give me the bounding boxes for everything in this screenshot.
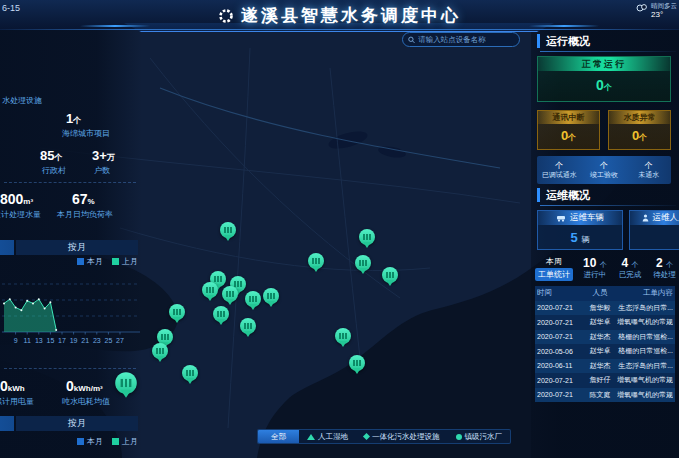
facility-icon — [359, 260, 367, 266]
water-quality-card[interactable]: 水质异常 0个 — [608, 110, 671, 150]
table-row[interactable]: 2020-06-11赵华杰生态浮岛的日常... — [535, 359, 675, 374]
power-chart-tabbar: 按月 — [0, 416, 142, 431]
filter-label: 镇级污水厂 — [465, 432, 503, 442]
map-pin[interactable] — [263, 288, 279, 304]
map-pin[interactable] — [240, 318, 256, 334]
status-no-water[interactable]: 个 未通水 — [626, 156, 671, 184]
facility-icon — [339, 333, 347, 339]
facility-icon — [244, 323, 252, 329]
map-filter-2[interactable]: 一体化污水处理设施 — [356, 430, 448, 443]
map-pin[interactable] — [115, 372, 137, 394]
load-rate-label: 本月日均负荷率 — [57, 209, 113, 220]
status-accepted[interactable]: 个 竣工验收 — [582, 156, 627, 184]
filter-label: 一体化污水处理设施 — [372, 432, 440, 442]
svg-text:21: 21 — [81, 337, 89, 344]
map-filter-1[interactable]: 人工湿地 — [299, 430, 356, 443]
map-pin[interactable] — [359, 229, 375, 245]
map-pin[interactable] — [382, 267, 398, 283]
weather-condition: 晴间多云 — [651, 2, 677, 10]
tab-by-month[interactable]: 按月 — [16, 240, 138, 255]
capacity-label: 设计处理水量 — [0, 209, 41, 220]
logo-icon — [218, 8, 234, 24]
workorder-title-badge: 工单统计 — [535, 268, 573, 281]
svg-text:17: 17 — [58, 337, 66, 344]
person-icon — [642, 214, 649, 222]
table-header-row: 时间人员工单内容 — [535, 286, 675, 301]
power-chart-legend: 本月 上月 — [77, 436, 138, 447]
map-filter-3[interactable]: 镇级污水厂 — [448, 430, 511, 443]
normal-running-card[interactable]: 正常运行 0个 — [537, 56, 671, 102]
table-row[interactable]: 2020-05-06赵华卓格栅的日常巡检... — [535, 344, 675, 359]
comm-interrupt-card[interactable]: 通讯中断 0个 — [537, 110, 600, 150]
map-filter-0[interactable]: 全部 — [258, 430, 299, 443]
table-row[interactable]: 2020-07-21赵华杰格栅的日常巡检... — [535, 330, 675, 345]
facility-type-label: 水处理设施 — [2, 95, 42, 106]
facility-icon — [226, 291, 234, 297]
status-debugged[interactable]: 个 已调试通水 — [537, 156, 582, 184]
vehicles-card[interactable]: 运维车辆 5 辆 — [537, 210, 623, 250]
power-total-label: 累计用电量 — [0, 396, 34, 407]
table-row[interactable]: 2020-07-21陈文庭增氧曝气机的常规... — [535, 388, 675, 403]
weather-widget[interactable]: 晴间多云 23° — [636, 2, 677, 20]
map-pin[interactable] — [308, 253, 324, 269]
workorder-stats-row: 本周 工单统计 10 个 进行中 4 个 已完成 2 个 待处理 — [535, 254, 679, 282]
power-total-value: 0kWh — [0, 378, 25, 394]
svg-text:13: 13 — [35, 337, 43, 344]
water-chart-legend: 本月 上月 — [77, 256, 138, 267]
load-rate-value: 67% — [72, 191, 95, 207]
station-search[interactable] — [402, 32, 520, 47]
map-pin[interactable] — [222, 286, 238, 302]
facility-icon — [363, 234, 371, 240]
map-pin[interactable] — [335, 328, 351, 344]
map-pin[interactable] — [245, 291, 261, 307]
map-filter-bar: 全部人工湿地一体化污水处理设施镇级污水厂 — [257, 429, 511, 444]
facility-icon — [234, 281, 242, 287]
header-bar: 6-15 遂溪县智慧水务调度中心 晴间多云 23° — [0, 0, 679, 30]
workorder-in-progress[interactable]: 10 个 进行中 — [583, 257, 607, 279]
facility-icon — [121, 379, 132, 387]
capacity-value: 800m³ — [0, 191, 33, 207]
facility-icon — [267, 293, 275, 299]
facility-icon — [156, 348, 164, 354]
map-pin[interactable] — [169, 304, 185, 320]
tab-by-month[interactable]: 按月 — [16, 416, 138, 431]
map-pin[interactable] — [202, 282, 218, 298]
staff-card[interactable]: 运维人员 — [629, 210, 679, 250]
facility-icon — [386, 272, 394, 278]
legend-swatch-last-month — [112, 438, 119, 445]
divider — [4, 182, 136, 183]
section-title-run: 运行概况 — [537, 34, 675, 48]
filter-pin-icon — [363, 433, 370, 440]
workorder-completed[interactable]: 4 个 已完成 — [619, 257, 642, 279]
svg-text:15: 15 — [47, 337, 55, 344]
normal-running-value: 0个 — [538, 77, 670, 93]
water-usage-area-chart[interactable]: 9111315171921232527 — [0, 268, 142, 348]
tab-by-day[interactable] — [0, 240, 14, 255]
filter-pin-icon — [456, 434, 462, 440]
workorder-pending[interactable]: 2 个 待处理 — [653, 257, 676, 279]
households-label: 户数 — [94, 165, 110, 176]
facility-icon — [249, 296, 257, 302]
comm-interrupt-value: 0个 — [538, 128, 599, 143]
car-icon — [556, 215, 566, 222]
search-input[interactable] — [418, 35, 514, 44]
page-title: 遂溪县智慧水务调度中心 — [241, 4, 461, 27]
svg-text:25: 25 — [105, 337, 113, 344]
power-per-ton-value: 0kWh/m³ — [66, 378, 103, 394]
map-pin[interactable] — [220, 222, 236, 238]
facility-icon — [161, 334, 169, 340]
facility-icon — [353, 360, 361, 366]
map-pin[interactable] — [349, 355, 365, 371]
map-pin[interactable] — [355, 255, 371, 271]
tab-by-day[interactable] — [0, 416, 14, 431]
map-pin[interactable] — [182, 365, 198, 381]
filter-pin-icon — [307, 434, 315, 440]
households-value: 3+万 — [92, 148, 115, 163]
legend-swatch-this-month — [77, 438, 84, 445]
facility-icon — [217, 311, 225, 317]
map-pin[interactable] — [213, 306, 229, 322]
table-row[interactable]: 2020-07-21詹华毅生态浮岛的日常... — [535, 301, 675, 316]
map-pin[interactable] — [152, 343, 168, 359]
table-row[interactable]: 2020-07-21詹好仔增氧曝气机的常规... — [535, 373, 675, 388]
table-row[interactable]: 2020-07-21赵华卓增氧曝气机的常规... — [535, 315, 675, 330]
